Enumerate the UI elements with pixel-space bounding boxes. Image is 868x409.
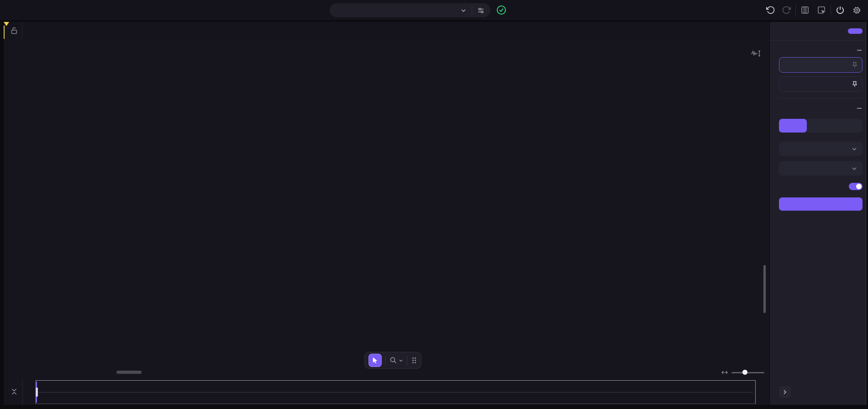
grid-dropdown[interactable] (779, 142, 863, 156)
sidebar-next-button[interactable] (779, 386, 791, 398)
tab-pitch[interactable] (779, 28, 788, 34)
timeline-ruler[interactable] (4, 22, 769, 39)
overview-strip[interactable] (36, 380, 756, 404)
wave-toolbar (364, 352, 421, 369)
undo-button[interactable] (766, 5, 775, 15)
attack-settings-collapse-minus-icon[interactable] (856, 105, 863, 112)
track-row-vocal[interactable] (779, 57, 863, 73)
window-right-border (866, 22, 866, 405)
overview-centerline (39, 392, 753, 393)
chevron-down-icon (851, 165, 858, 172)
settings-gear-icon[interactable] (852, 5, 862, 15)
editor-panel (4, 22, 769, 405)
drag-handle-icon[interactable] (411, 356, 417, 364)
playhead-marker[interactable] (4, 22, 9, 26)
view-segmented-control (779, 119, 863, 133)
macro-select[interactable] (330, 3, 490, 17)
chevron-down-icon (851, 145, 858, 153)
sample-accurate-toggle[interactable] (849, 183, 863, 190)
underbar (4, 368, 769, 378)
pin-icon[interactable] (852, 62, 857, 68)
columns-view-button[interactable] (800, 5, 810, 15)
app-window (0, 0, 868, 409)
select-cursor-tool-button[interactable] (368, 354, 382, 367)
sidebar-tabs (770, 22, 866, 41)
horizontal-resize-icon (721, 370, 728, 375)
attack-settings-header (779, 105, 863, 112)
sidebar (770, 22, 866, 405)
mode-dropdown[interactable] (779, 161, 863, 175)
align-attacks-button[interactable] (779, 197, 863, 211)
view-option-level[interactable] (835, 119, 863, 133)
pin-icon[interactable] (852, 81, 857, 87)
strip-divider (22, 379, 23, 405)
horizontal-scrollbar[interactable] (116, 371, 142, 374)
tab-attack[interactable] (848, 28, 863, 34)
tracks-collapse-minus-icon[interactable] (856, 47, 863, 53)
zoom-slider-track[interactable] (731, 372, 764, 373)
tab-level[interactable] (814, 28, 823, 34)
sidebar-divider (779, 98, 863, 99)
chevron-down-icon[interactable] (460, 7, 467, 14)
topbar-icons (766, 0, 868, 20)
waveform-canvas[interactable] (4, 39, 769, 368)
macro-apply-check-icon[interactable] (496, 5, 507, 16)
collapse-overview-button[interactable] (7, 385, 21, 398)
power-button[interactable] (836, 5, 845, 15)
view-option-pitch[interactable] (807, 119, 835, 133)
macro-divider (472, 6, 472, 15)
ruler-divider (22, 22, 22, 39)
view-option-default[interactable] (779, 119, 807, 133)
playhead-line-ruler (4, 26, 5, 39)
redo-button[interactable] (782, 5, 791, 15)
select-tool-window-button[interactable] (817, 5, 826, 15)
top-bar (0, 0, 868, 20)
viewport-handle-right[interactable] (36, 388, 38, 397)
lock-icon[interactable] (10, 26, 19, 35)
zoom-tool-button[interactable] (389, 356, 403, 364)
viewport-selection[interactable] (36, 382, 37, 403)
macro-settings-icon[interactable] (477, 6, 485, 15)
tracks-section-header (779, 47, 863, 53)
zoom-slider-knob[interactable] (742, 370, 747, 375)
zoom-slider[interactable] (718, 368, 769, 377)
waveform-fit-icon[interactable] (750, 49, 760, 58)
chevron-down-icon (399, 358, 403, 363)
vertical-scrollbar[interactable] (763, 265, 766, 313)
track-row-vocal2[interactable] (779, 76, 863, 92)
